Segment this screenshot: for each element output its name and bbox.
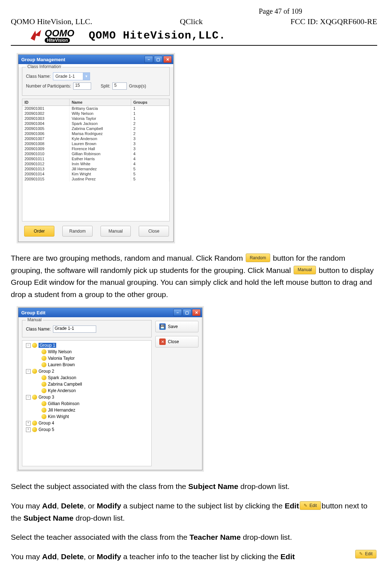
table-row[interactable]: 200901001Brittany Garcia1: [22, 106, 169, 111]
tree-group[interactable]: +Group 5: [24, 426, 149, 433]
person-icon: [32, 427, 37, 432]
person-icon: [41, 362, 46, 367]
minimize-icon[interactable]: –: [173, 309, 182, 316]
group-tree[interactable]: −Group 1Willy NelsonValonia TaylorLauren…: [22, 340, 152, 466]
close-button[interactable]: Close: [139, 226, 169, 237]
fieldset-legend: Class Information: [26, 64, 62, 69]
close-icon[interactable]: ✕: [163, 56, 172, 63]
paragraph-subject-edit: You may Add, Delete, or Modify a subject…: [11, 500, 377, 524]
inline-manual-button[interactable]: Manual: [294, 266, 316, 274]
chevron-down-icon[interactable]: ▼: [83, 73, 90, 80]
close-label: Close: [168, 339, 179, 344]
tree-group[interactable]: −Group 3: [24, 394, 149, 400]
window-titlebar[interactable]: Group Edit – ▢ ✕: [18, 308, 202, 317]
table-row[interactable]: 200901007Kyle Anderson3: [22, 136, 169, 141]
person-icon: [32, 421, 37, 426]
header-center: QClick: [180, 17, 203, 26]
table-row[interactable]: 200901011Esther Harris4: [22, 156, 169, 161]
class-name-value: Grade 1-1: [53, 74, 83, 79]
col-name[interactable]: Name: [69, 99, 131, 106]
table-row[interactable]: 200901015Justine Perez5: [22, 176, 169, 181]
table-row[interactable]: 200901008Lauren Brown3: [22, 141, 169, 146]
paragraph-teacher-select: Select the teacher associated with the c…: [11, 531, 377, 543]
expand-icon[interactable]: −: [26, 343, 31, 348]
table-row[interactable]: 200901014Kim Wright5: [22, 171, 169, 176]
table-row[interactable]: 200901013Jill Hernandez5: [22, 166, 169, 171]
class-name-input[interactable]: Grade 1-1: [53, 326, 96, 333]
tree-student[interactable]: Lauren Brown: [24, 362, 149, 368]
tree-group[interactable]: −Group 1: [24, 342, 149, 349]
group-management-window: Group Management – ▢ ✕ Class Information…: [18, 54, 174, 242]
inline-random-button[interactable]: Random: [246, 253, 270, 262]
col-groups[interactable]: Groups: [131, 99, 169, 106]
tree-student[interactable]: Willy Nelson: [24, 349, 149, 355]
window-title: Group Edit: [21, 310, 45, 315]
person-icon: [41, 382, 46, 387]
tree-student[interactable]: Kim Wright: [24, 413, 149, 420]
paragraph-subject-select: Select the subject associated with the c…: [11, 480, 377, 493]
expand-icon[interactable]: +: [26, 421, 31, 426]
random-button[interactable]: Random: [62, 226, 93, 237]
save-button[interactable]: 💾 Save: [155, 321, 199, 332]
close-button[interactable]: ✕ Close: [155, 336, 199, 347]
tree-student[interactable]: Zabrina Campbell: [24, 381, 149, 387]
maximize-icon[interactable]: ▢: [183, 309, 191, 316]
fieldset-legend: Manual: [26, 317, 43, 322]
person-icon: [32, 343, 37, 348]
close-icon: ✕: [159, 338, 166, 345]
manual-button[interactable]: Manual: [101, 226, 131, 237]
participants-label: Number of Participants:: [26, 84, 71, 89]
header-rule: [11, 45, 377, 46]
inline-edit-button[interactable]: Edit: [300, 501, 321, 510]
table-row[interactable]: 200901010Gillian Robinson4: [22, 151, 169, 156]
person-icon: [41, 356, 46, 361]
tree-group[interactable]: +Group 4: [24, 420, 149, 426]
table-row[interactable]: 200901004Spark Jackson2: [22, 121, 169, 126]
paragraph-teacher-edit: You may Add, Delete, or Modify a teacher…: [11, 551, 377, 563]
person-icon: [41, 349, 46, 354]
table-row[interactable]: 200901006Marisa Rodriguez2: [22, 131, 169, 136]
tree-student[interactable]: Gillian Robinson: [24, 400, 149, 407]
logo-sub: HiteVision: [45, 38, 70, 43]
person-icon: [41, 375, 46, 380]
maximize-icon[interactable]: ▢: [154, 56, 162, 63]
minimize-icon[interactable]: –: [144, 56, 153, 63]
tree-student[interactable]: Kyle Anderson: [24, 387, 149, 394]
person-icon: [41, 401, 46, 406]
save-label: Save: [168, 324, 178, 329]
person-icon: [41, 408, 46, 413]
table-row[interactable]: 200901009Florence Hall3: [22, 146, 169, 151]
table-row[interactable]: 200901002Willy Nelson1: [22, 111, 169, 116]
person-icon: [32, 369, 37, 374]
header-left: QOMO HiteVision, LLC.: [11, 17, 92, 26]
tree-student[interactable]: Valonia Taylor: [24, 355, 149, 362]
class-name-dropdown[interactable]: Grade 1-1 ▼: [53, 72, 90, 80]
expand-icon[interactable]: −: [26, 395, 31, 400]
group-edit-window: Group Edit – ▢ ✕ Manual Class Name: Grad…: [18, 308, 202, 470]
class-name-label: Class Name:: [26, 327, 51, 332]
header-right: FCC ID: XQGQRF600-RE: [290, 17, 377, 26]
tree-student[interactable]: Jill Hernandez: [24, 407, 149, 413]
manual-group: Manual Class Name: Grade 1-1: [22, 320, 152, 337]
window-titlebar[interactable]: Group Management – ▢ ✕: [18, 55, 173, 64]
tree-group[interactable]: −Group 2: [24, 368, 149, 374]
expand-icon[interactable]: +: [26, 427, 31, 432]
table-row[interactable]: 200901012Irvin White4: [22, 161, 169, 166]
participants-input[interactable]: 15: [73, 82, 91, 90]
person-icon: [41, 388, 46, 393]
order-button[interactable]: Order: [24, 226, 54, 237]
expand-icon[interactable]: −: [26, 369, 31, 374]
logo: QOMO HiteVision: [29, 28, 74, 43]
split-label: Split:: [101, 84, 110, 89]
table-row[interactable]: 200901003Valonia Taylor1: [22, 116, 169, 121]
page-number: Page 47 of 109: [184, 7, 377, 15]
close-icon[interactable]: ✕: [192, 309, 201, 316]
tree-student[interactable]: Spark Jackson: [24, 374, 149, 381]
table-row[interactable]: 200901005Zabrina Campbell2: [22, 126, 169, 131]
split-input[interactable]: 5: [112, 82, 127, 90]
class-name-label: Class Name:: [26, 74, 51, 79]
groups-suffix: Group(s): [129, 84, 146, 89]
students-table: ID Name Groups 200901001Brittany Garcia1…: [22, 99, 170, 221]
col-id[interactable]: ID: [22, 99, 69, 106]
inline-edit-button[interactable]: Edit: [355, 550, 376, 558]
